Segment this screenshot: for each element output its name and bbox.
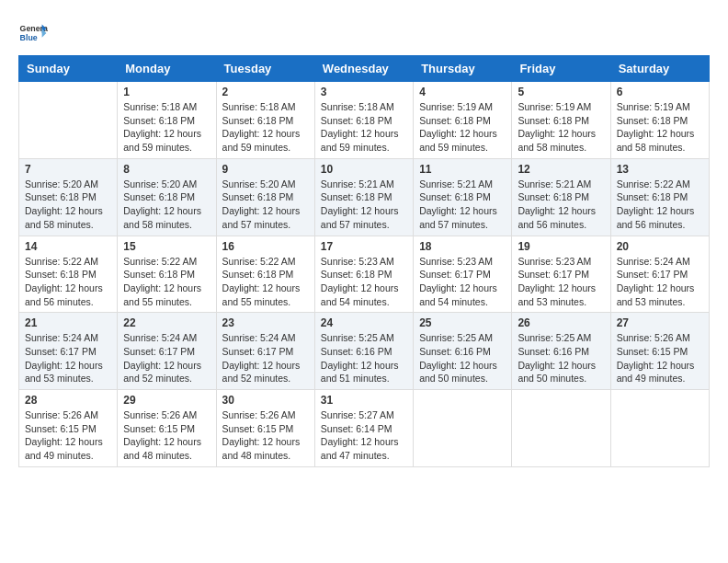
day-number: 24	[321, 316, 407, 329]
day-number: 26	[518, 316, 604, 329]
day-number: 28	[25, 394, 111, 407]
day-info: Sunrise: 5:19 AM Sunset: 6:18 PM Dayligh…	[419, 100, 506, 155]
day-number: 22	[123, 316, 210, 329]
day-info: Sunrise: 5:20 AM Sunset: 6:18 PM Dayligh…	[222, 178, 309, 232]
header-day-saturday: Saturday	[610, 56, 709, 82]
calendar-cell	[512, 390, 610, 467]
calendar-cell	[610, 390, 709, 467]
day-info: Sunrise: 5:26 AM Sunset: 6:15 PM Dayligh…	[123, 408, 210, 463]
day-number: 18	[419, 240, 506, 253]
day-number: 8	[123, 163, 210, 176]
day-number: 6	[617, 86, 703, 98]
calendar-header-row: SundayMondayTuesdayWednesdayThursdayFrid…	[19, 56, 710, 82]
logo: General Blue	[18, 18, 48, 48]
calendar-cell: 27Sunrise: 5:26 AM Sunset: 6:15 PM Dayli…	[610, 313, 709, 390]
calendar-cell: 17Sunrise: 5:23 AM Sunset: 6:18 PM Dayli…	[314, 236, 413, 313]
day-number: 19	[518, 240, 604, 253]
calendar-cell: 11Sunrise: 5:21 AM Sunset: 6:18 PM Dayli…	[414, 158, 512, 236]
day-info: Sunrise: 5:21 AM Sunset: 6:18 PM Dayligh…	[518, 178, 604, 232]
calendar-cell: 13Sunrise: 5:22 AM Sunset: 6:18 PM Dayli…	[610, 158, 709, 236]
day-number: 20	[617, 240, 703, 253]
day-number: 21	[25, 316, 111, 329]
calendar-cell: 25Sunrise: 5:25 AM Sunset: 6:16 PM Dayli…	[414, 313, 512, 390]
header-day-tuesday: Tuesday	[216, 56, 314, 82]
calendar-cell: 10Sunrise: 5:21 AM Sunset: 6:18 PM Dayli…	[314, 158, 413, 236]
day-info: Sunrise: 5:22 AM Sunset: 6:18 PM Dayligh…	[25, 255, 111, 309]
day-info: Sunrise: 5:18 AM Sunset: 6:18 PM Dayligh…	[123, 100, 210, 155]
day-info: Sunrise: 5:25 AM Sunset: 6:16 PM Dayligh…	[419, 331, 506, 385]
day-info: Sunrise: 5:18 AM Sunset: 6:18 PM Dayligh…	[321, 100, 407, 155]
day-info: Sunrise: 5:24 AM Sunset: 6:17 PM Dayligh…	[123, 331, 210, 385]
calendar-cell: 9Sunrise: 5:20 AM Sunset: 6:18 PM Daylig…	[216, 158, 314, 236]
calendar-cell: 22Sunrise: 5:24 AM Sunset: 6:17 PM Dayli…	[118, 313, 216, 390]
calendar-cell: 7Sunrise: 5:20 AM Sunset: 6:18 PM Daylig…	[19, 158, 118, 236]
day-info: Sunrise: 5:21 AM Sunset: 6:18 PM Dayligh…	[419, 178, 506, 232]
day-info: Sunrise: 5:26 AM Sunset: 6:15 PM Dayligh…	[25, 408, 111, 463]
day-info: Sunrise: 5:19 AM Sunset: 6:18 PM Dayligh…	[518, 100, 604, 155]
day-number: 31	[321, 394, 407, 407]
day-number: 29	[123, 394, 210, 407]
day-info: Sunrise: 5:19 AM Sunset: 6:18 PM Dayligh…	[617, 100, 703, 155]
day-info: Sunrise: 5:23 AM Sunset: 6:17 PM Dayligh…	[419, 255, 506, 309]
day-info: Sunrise: 5:24 AM Sunset: 6:17 PM Dayligh…	[222, 331, 309, 385]
day-number: 15	[123, 240, 210, 253]
day-info: Sunrise: 5:18 AM Sunset: 6:18 PM Dayligh…	[222, 100, 309, 155]
calendar-week-row: 21Sunrise: 5:24 AM Sunset: 6:17 PM Dayli…	[19, 313, 710, 390]
calendar-cell: 2Sunrise: 5:18 AM Sunset: 6:18 PM Daylig…	[216, 82, 314, 159]
day-number: 27	[617, 316, 703, 329]
calendar-cell: 20Sunrise: 5:24 AM Sunset: 6:17 PM Dayli…	[610, 236, 709, 313]
day-number: 30	[222, 394, 309, 407]
day-info: Sunrise: 5:25 AM Sunset: 6:16 PM Dayligh…	[321, 331, 407, 385]
day-info: Sunrise: 5:23 AM Sunset: 6:17 PM Dayligh…	[518, 255, 604, 309]
day-number: 4	[419, 86, 506, 98]
header-day-monday: Monday	[118, 56, 216, 82]
calendar-cell: 4Sunrise: 5:19 AM Sunset: 6:18 PM Daylig…	[414, 82, 512, 159]
header-day-wednesday: Wednesday	[314, 56, 413, 82]
header-day-thursday: Thursday	[414, 56, 512, 82]
day-info: Sunrise: 5:27 AM Sunset: 6:14 PM Dayligh…	[321, 408, 407, 463]
day-number: 2	[222, 86, 309, 98]
calendar-cell: 23Sunrise: 5:24 AM Sunset: 6:17 PM Dayli…	[216, 313, 314, 390]
day-number: 16	[222, 240, 309, 253]
calendar-cell	[414, 390, 512, 467]
header-day-friday: Friday	[512, 56, 610, 82]
day-info: Sunrise: 5:20 AM Sunset: 6:18 PM Dayligh…	[25, 178, 111, 232]
day-info: Sunrise: 5:26 AM Sunset: 6:15 PM Dayligh…	[222, 408, 309, 463]
calendar-cell: 8Sunrise: 5:20 AM Sunset: 6:18 PM Daylig…	[118, 158, 216, 236]
day-number: 25	[419, 316, 506, 329]
day-number: 9	[222, 163, 309, 176]
calendar-cell: 6Sunrise: 5:19 AM Sunset: 6:18 PM Daylig…	[610, 82, 709, 159]
calendar-cell: 24Sunrise: 5:25 AM Sunset: 6:16 PM Dayli…	[314, 313, 413, 390]
day-info: Sunrise: 5:21 AM Sunset: 6:18 PM Dayligh…	[321, 178, 407, 232]
calendar-week-row: 1Sunrise: 5:18 AM Sunset: 6:18 PM Daylig…	[19, 82, 710, 159]
day-number: 14	[25, 240, 111, 253]
calendar-cell: 19Sunrise: 5:23 AM Sunset: 6:17 PM Dayli…	[512, 236, 610, 313]
day-number: 13	[617, 163, 703, 176]
day-info: Sunrise: 5:24 AM Sunset: 6:17 PM Dayligh…	[25, 331, 111, 385]
calendar-cell: 29Sunrise: 5:26 AM Sunset: 6:15 PM Dayli…	[118, 390, 216, 467]
calendar-cell: 31Sunrise: 5:27 AM Sunset: 6:14 PM Dayli…	[314, 390, 413, 467]
calendar-cell: 15Sunrise: 5:22 AM Sunset: 6:18 PM Dayli…	[118, 236, 216, 313]
day-number: 12	[518, 163, 604, 176]
day-info: Sunrise: 5:26 AM Sunset: 6:15 PM Dayligh…	[617, 331, 703, 385]
calendar-cell: 5Sunrise: 5:19 AM Sunset: 6:18 PM Daylig…	[512, 82, 610, 159]
day-number: 17	[321, 240, 407, 253]
calendar-cell: 16Sunrise: 5:22 AM Sunset: 6:18 PM Dayli…	[216, 236, 314, 313]
calendar-week-row: 28Sunrise: 5:26 AM Sunset: 6:15 PM Dayli…	[19, 390, 710, 467]
calendar-cell: 28Sunrise: 5:26 AM Sunset: 6:15 PM Dayli…	[19, 390, 118, 467]
day-number: 7	[25, 163, 111, 176]
header: General Blue	[18, 18, 710, 48]
calendar-cell: 1Sunrise: 5:18 AM Sunset: 6:18 PM Daylig…	[118, 82, 216, 159]
day-number: 1	[123, 86, 210, 98]
calendar-cell: 30Sunrise: 5:26 AM Sunset: 6:15 PM Dayli…	[216, 390, 314, 467]
calendar-cell: 18Sunrise: 5:23 AM Sunset: 6:17 PM Dayli…	[414, 236, 512, 313]
day-info: Sunrise: 5:24 AM Sunset: 6:17 PM Dayligh…	[617, 255, 703, 309]
day-info: Sunrise: 5:20 AM Sunset: 6:18 PM Dayligh…	[123, 178, 210, 232]
logo-icon: General Blue	[18, 18, 48, 48]
day-number: 10	[321, 163, 407, 176]
calendar-cell	[19, 82, 118, 159]
calendar-cell: 3Sunrise: 5:18 AM Sunset: 6:18 PM Daylig…	[314, 82, 413, 159]
day-number: 5	[518, 86, 604, 98]
calendar-week-row: 7Sunrise: 5:20 AM Sunset: 6:18 PM Daylig…	[19, 158, 710, 236]
day-info: Sunrise: 5:22 AM Sunset: 6:18 PM Dayligh…	[123, 255, 210, 309]
